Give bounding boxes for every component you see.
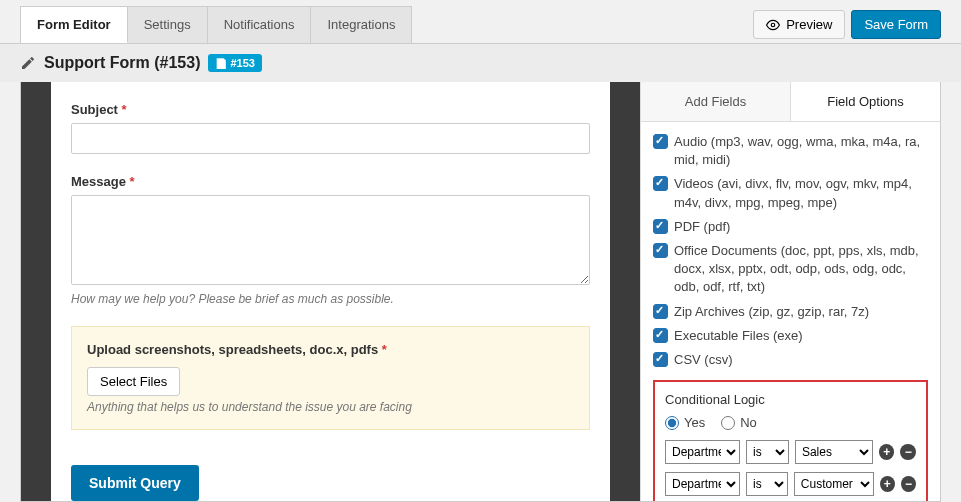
form-id-badge[interactable]: #153 [208, 54, 261, 72]
remove-rule-icon[interactable]: − [900, 444, 916, 460]
filetypes-list: Audio (mp3, wav, ogg, wma, mka, m4a, ra,… [653, 130, 928, 372]
filetype-label: CSV (csv) [674, 351, 733, 369]
tab-form-editor[interactable]: Form Editor [21, 7, 128, 43]
subject-input[interactable] [71, 123, 590, 154]
rule-value-select[interactable]: Customer Support [794, 472, 874, 496]
filetype-checkbox[interactable] [653, 304, 668, 319]
rule-op-select[interactable]: is [746, 440, 789, 464]
filetype-row[interactable]: Videos (avi, divx, flv, mov, ogv, mkv, m… [653, 172, 928, 214]
cond-yes-radio[interactable] [665, 416, 679, 430]
cond-no-radio[interactable] [721, 416, 735, 430]
filetype-label: Office Documents (doc, ppt, pps, xls, md… [674, 242, 928, 297]
add-rule-icon[interactable]: + [879, 444, 895, 460]
remove-rule-icon[interactable]: − [901, 476, 916, 492]
message-field[interactable]: Message * How may we help you? Please be… [71, 174, 590, 306]
form-title: Support Form (#153) [44, 54, 200, 72]
select-files-button[interactable]: Select Files [87, 367, 180, 396]
tab-settings[interactable]: Settings [128, 7, 208, 43]
filetype-row[interactable]: PDF (pdf) [653, 215, 928, 239]
filetype-label: Zip Archives (zip, gz, gzip, rar, 7z) [674, 303, 869, 321]
conditional-rule: DepartmentisCustomer Support+− [665, 472, 916, 496]
filetype-checkbox[interactable] [653, 243, 668, 258]
message-label: Message * [71, 174, 590, 189]
add-rule-icon[interactable]: + [880, 476, 895, 492]
tab-notifications[interactable]: Notifications [208, 7, 312, 43]
filetype-checkbox[interactable] [653, 134, 668, 149]
submit-query-button[interactable]: Submit Query [71, 465, 199, 501]
pencil-icon [20, 55, 36, 71]
upload-field[interactable]: Upload screenshots, spreadsheets, doc.x,… [71, 326, 590, 430]
cond-yes-option[interactable]: Yes [665, 415, 705, 430]
filetype-checkbox[interactable] [653, 352, 668, 367]
filetype-row[interactable]: Zip Archives (zip, gz, gzip, rar, 7z) [653, 300, 928, 324]
conditional-logic-box: Conditional Logic Yes No DepartmentisSal… [653, 380, 928, 501]
rule-field-select[interactable]: Department [665, 440, 740, 464]
upload-help: Anything that helps us to understand the… [87, 400, 574, 414]
rule-value-select[interactable]: Sales [795, 440, 873, 464]
form-builder-tabs: Form Editor Settings Notifications Integ… [20, 6, 412, 43]
filetype-checkbox[interactable] [653, 328, 668, 343]
conditional-rules: DepartmentisSales+−DepartmentisCustomer … [665, 440, 916, 496]
conditional-rule: DepartmentisSales+− [665, 440, 916, 464]
cond-no-option[interactable]: No [721, 415, 757, 430]
filetype-checkbox[interactable] [653, 219, 668, 234]
rule-field-select[interactable]: Department [665, 472, 740, 496]
filetype-row[interactable]: Office Documents (doc, ppt, pps, xls, md… [653, 239, 928, 300]
upload-label: Upload screenshots, spreadsheets, doc.x,… [87, 342, 574, 357]
form-preview-area: Subject * Message * How may we help you?… [21, 82, 640, 501]
message-help: How may we help you? Please be brief as … [71, 292, 590, 306]
filetype-row[interactable]: Audio (mp3, wav, ogg, wma, mka, m4a, ra,… [653, 130, 928, 172]
filetype-label: Videos (avi, divx, flv, mov, ogv, mkv, m… [674, 175, 928, 211]
subject-field[interactable]: Subject * [71, 102, 590, 154]
filetype-row[interactable]: CSV (csv) [653, 348, 928, 372]
panel-tab-field-options[interactable]: Field Options [791, 82, 940, 121]
eye-icon [766, 18, 780, 32]
save-form-button[interactable]: Save Form [851, 10, 941, 39]
svg-point-0 [771, 23, 775, 27]
message-textarea[interactable] [71, 195, 590, 285]
preview-button-label: Preview [786, 17, 832, 32]
panel-tab-add-fields[interactable]: Add Fields [641, 82, 791, 121]
tab-integrations[interactable]: Integrations [311, 7, 411, 43]
filetype-label: PDF (pdf) [674, 218, 730, 236]
filetype-checkbox[interactable] [653, 176, 668, 191]
rule-op-select[interactable]: is [746, 472, 788, 496]
filetype-label: Executable Files (exe) [674, 327, 803, 345]
subject-label: Subject * [71, 102, 590, 117]
preview-button[interactable]: Preview [753, 10, 845, 39]
conditional-logic-title: Conditional Logic [665, 392, 916, 407]
filetype-label: Audio (mp3, wav, ogg, wma, mka, m4a, ra,… [674, 133, 928, 169]
filetype-row[interactable]: Executable Files (exe) [653, 324, 928, 348]
